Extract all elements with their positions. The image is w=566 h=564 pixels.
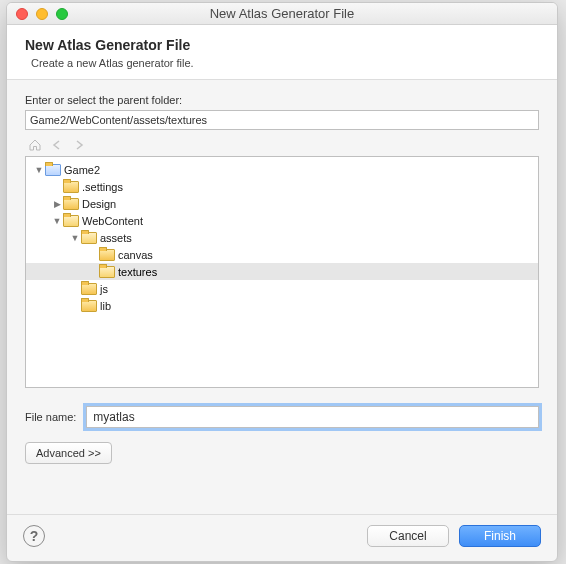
tree-node[interactable]: ▶js	[26, 280, 538, 297]
folder-icon	[99, 265, 115, 278]
filename-label: File name:	[25, 411, 76, 423]
help-icon[interactable]: ?	[23, 525, 45, 547]
chevron-down-icon[interactable]: ▼	[52, 216, 62, 226]
tree-node[interactable]: ▶.settings	[26, 178, 538, 195]
forward-icon[interactable]	[69, 136, 89, 154]
tree-node-label: .settings	[82, 181, 123, 193]
folder-icon	[81, 282, 97, 295]
tree-node[interactable]: ▶textures	[26, 263, 538, 280]
titlebar[interactable]: New Atlas Generator File	[7, 3, 557, 25]
tree-node-label: Game2	[64, 164, 100, 176]
tree-node-label: WebContent	[82, 215, 143, 227]
tree-node[interactable]: ▼assets	[26, 229, 538, 246]
tree-node[interactable]: ▶Design	[26, 195, 538, 212]
tree-node-label: lib	[100, 300, 111, 312]
home-icon[interactable]	[25, 136, 45, 154]
folder-icon	[81, 299, 97, 312]
back-icon[interactable]	[47, 136, 67, 154]
tree-node[interactable]: ▶lib	[26, 297, 538, 314]
window-title: New Atlas Generator File	[7, 6, 557, 21]
page-subtitle: Create a new Atlas generator file.	[31, 57, 539, 69]
finish-button[interactable]: Finish	[459, 525, 541, 547]
tree-node-label: textures	[118, 266, 157, 278]
dialog-header: New Atlas Generator File Create a new At…	[7, 25, 557, 80]
filename-row: File name:	[25, 406, 539, 428]
dialog-body: Enter or select the parent folder: ▼Game…	[7, 80, 557, 514]
tree-node[interactable]: ▶canvas	[26, 246, 538, 263]
folder-icon	[63, 180, 79, 193]
chevron-right-icon[interactable]: ▶	[52, 199, 62, 209]
folder-tree[interactable]: ▼Game2▶.settings▶Design▼WebContent▼asset…	[25, 156, 539, 388]
filename-input[interactable]	[86, 406, 539, 428]
folder-icon	[81, 231, 97, 244]
tree-node-label: assets	[100, 232, 132, 244]
parent-folder-label: Enter or select the parent folder:	[25, 94, 539, 106]
tree-node[interactable]: ▼WebContent	[26, 212, 538, 229]
tree-node-label: js	[100, 283, 108, 295]
folder-icon	[63, 197, 79, 210]
tree-node[interactable]: ▼Game2	[26, 161, 538, 178]
tree-toolbar	[25, 136, 539, 154]
project-icon	[45, 163, 61, 176]
parent-folder-input[interactable]	[25, 110, 539, 130]
cancel-button[interactable]: Cancel	[367, 525, 449, 547]
chevron-down-icon[interactable]: ▼	[34, 165, 44, 175]
advanced-row: Advanced >>	[25, 442, 539, 464]
advanced-button[interactable]: Advanced >>	[25, 442, 112, 464]
folder-icon	[99, 248, 115, 261]
page-title: New Atlas Generator File	[25, 37, 539, 53]
tree-node-label: canvas	[118, 249, 153, 261]
folder-icon	[63, 214, 79, 227]
dialog-window: New Atlas Generator File New Atlas Gener…	[6, 2, 558, 562]
chevron-down-icon[interactable]: ▼	[70, 233, 80, 243]
dialog-footer: ? Cancel Finish	[7, 514, 557, 561]
tree-node-label: Design	[82, 198, 116, 210]
